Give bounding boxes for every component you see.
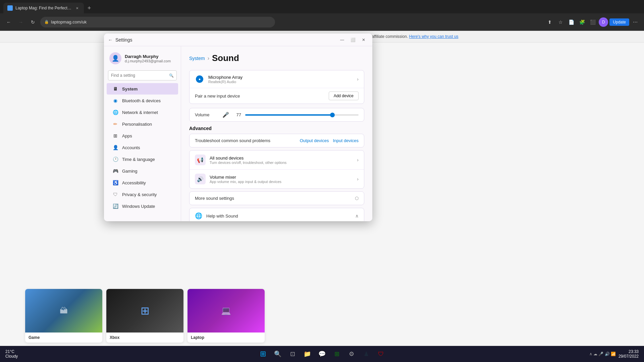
taskbar-clock[interactable]: 23:33 29/07/2022 — [619, 349, 639, 359]
steam-icon: ♟ — [364, 350, 369, 358]
antivirus-button[interactable]: 🛡 — [374, 347, 388, 361]
sidebar-item-privacy-label: Privacy & security — [122, 192, 157, 197]
back-button[interactable]: ← — [4, 17, 13, 27]
external-link-icon: ⬡ — [355, 196, 359, 201]
profile-button[interactable]: D — [599, 17, 608, 27]
settings-back-button[interactable]: ← — [108, 37, 113, 43]
article-cards: 🏔 Game ⊞ Xbox 💻 Laptop — [25, 289, 265, 343]
sidebar-item-gaming[interactable]: 🎮 Gaming — [107, 165, 178, 177]
page-header: System › Sound — [189, 53, 364, 63]
search-input[interactable] — [111, 73, 167, 78]
taskbar: 21°C Cloudy ⊞ 🔍 ⊡ 📁 💬 ⊞ ⚙ ♟ 🛡 — [0, 346, 644, 362]
sidebar-item-personalisation[interactable]: ✏ Personalisation — [107, 118, 178, 130]
accounts-icon: 👤 — [112, 144, 119, 151]
close-button[interactable]: ✕ — [359, 35, 368, 45]
pair-label: Pair a new input device — [195, 94, 329, 99]
minimize-button[interactable]: — — [337, 35, 347, 45]
article-image-1: 🏔 — [25, 289, 102, 333]
sidebar-item-time[interactable]: 🕐 Time & language — [107, 154, 178, 165]
maximize-button[interactable]: ⬜ — [348, 35, 358, 45]
update-icon: 🔄 — [112, 203, 119, 209]
all-devices-chevron-icon: › — [357, 157, 359, 163]
sidebar-item-network[interactable]: 🌐 Network & internet — [107, 107, 178, 118]
menu-button[interactable]: ⋯ — [631, 17, 640, 27]
sidebar-item-apps[interactable]: ⊞ Apps — [107, 130, 178, 141]
settings-body: 👤 Darragh Murphy d.j.murphy2493@gmail.co… — [104, 46, 372, 221]
output-devices-link[interactable]: Output devices — [300, 138, 329, 143]
taskbar-right: ∧ ☁ 🎤 🔊 📶 23:33 29/07/2022 — [589, 349, 639, 359]
sidebar-item-system[interactable]: 🖥 System — [107, 83, 178, 95]
sidebar-item-accessibility-label: Accessibility — [122, 180, 146, 185]
all-devices-title: All sound devices — [210, 156, 357, 161]
tab-close-button[interactable]: ✕ — [74, 5, 80, 11]
start-button[interactable]: ⊞ — [256, 347, 270, 361]
reader-button[interactable]: 📄 — [567, 17, 576, 27]
split-view-button[interactable]: ⬛ — [588, 17, 597, 27]
xbox-icon: ⊞ — [334, 350, 339, 358]
more-settings-row[interactable]: More sound settings ⬡ — [189, 191, 364, 205]
taskbar-left: 21°C Cloudy — [5, 349, 18, 359]
help-chevron-up-icon: ∧ — [355, 213, 359, 219]
user-section: 👤 Darragh Murphy d.j.murphy2493@gmail.co… — [104, 49, 181, 68]
troubleshoot-row: Troubleshoot common sound problems Outpu… — [189, 134, 364, 147]
breadcrumb-parent[interactable]: System — [189, 56, 205, 61]
xbox-button[interactable]: ⊞ — [330, 347, 343, 361]
sidebar-item-update-label: Windows Update — [122, 204, 155, 209]
update-button[interactable]: Update — [609, 18, 629, 26]
sidebar-item-apps-label: Apps — [122, 133, 132, 138]
gaming-icon: 🎮 — [112, 168, 119, 174]
steam-button[interactable]: ♟ — [360, 347, 373, 361]
sidebar-item-gaming-label: Gaming — [122, 169, 138, 174]
help-section[interactable]: 🌐 Help with Sound ∧ — [189, 208, 364, 221]
browser-action-1[interactable]: ⬆ — [545, 17, 554, 27]
all-devices-text: All sound devices Turn devices on/off, t… — [210, 156, 357, 165]
user-name: Darragh Murphy — [125, 54, 171, 59]
article-img-feature-1: 🏔 — [25, 289, 102, 333]
browser-tab[interactable]: Laptop Mag: Find the Perfect La... ✕ — [3, 3, 84, 13]
url-box[interactable]: 🔒 laptopmag.com/uk — [40, 17, 275, 27]
article-img-feature-3: 💻 — [187, 289, 265, 333]
affiliate-link[interactable]: Here's why you can trust us — [409, 34, 459, 39]
new-tab-button[interactable]: + — [84, 3, 95, 13]
forward-button[interactable]: → — [16, 17, 25, 27]
settings-window: ← Settings — ⬜ ✕ 👤 Darragh Murphy — [104, 34, 372, 221]
bookmark-button[interactable]: ☆ — [556, 17, 565, 27]
privacy-icon: 🛡 — [112, 191, 119, 198]
volume-mixer-text: Volume mixer App volume mix, app input &… — [210, 175, 357, 184]
volume-mixer-row[interactable]: 🔊 Volume mixer App volume mix, app input… — [190, 170, 364, 188]
search-taskbar-button[interactable]: 🔍 — [271, 347, 284, 361]
sidebar-item-accessibility[interactable]: ♿ Accessibility — [107, 177, 178, 188]
system-tray-icons: ∧ ☁ 🎤 🔊 📶 — [589, 352, 616, 356]
volume-section: Volume 🎤 77 — [189, 108, 364, 122]
bluetooth-icon: ◉ — [112, 97, 119, 104]
sidebar-item-windows-update[interactable]: 🔄 Windows Update — [107, 200, 178, 212]
volume-slider[interactable] — [245, 114, 359, 116]
add-device-button[interactable]: Add device — [329, 92, 359, 100]
reload-button[interactable]: ↻ — [28, 17, 38, 27]
all-devices-icon: 📢 — [195, 155, 206, 165]
teams-button[interactable]: 💬 — [315, 347, 329, 361]
sidebar-item-privacy[interactable]: 🛡 Privacy & security — [107, 189, 178, 200]
devtools-button[interactable]: ⚙ — [345, 347, 358, 361]
sidebar-item-bluetooth[interactable]: ◉ Bluetooth & devices — [107, 95, 178, 106]
search-taskbar-icon: 🔍 — [274, 350, 281, 358]
task-view-button[interactable]: ⊡ — [286, 347, 299, 361]
taskbar-date-display: 29/07/2022 — [619, 354, 639, 359]
input-devices-link[interactable]: Input devices — [333, 138, 359, 143]
tab-favicon — [7, 5, 13, 11]
article-image-3: 💻 — [187, 289, 265, 333]
volume-value: 77 — [233, 112, 241, 117]
settings-title: Settings — [115, 37, 132, 43]
time-icon: 🕐 — [112, 156, 119, 163]
extensions-button[interactable]: 🧩 — [577, 17, 587, 27]
volume-mic-icon: 🎤 — [222, 112, 229, 118]
file-explorer-button[interactable]: 📁 — [301, 347, 314, 361]
weather-condition: Cloudy — [5, 354, 18, 359]
sidebar-item-accounts[interactable]: 👤 Accounts — [107, 142, 178, 153]
article-card-2: ⊞ Xbox — [106, 289, 183, 343]
taskbar-center: ⊞ 🔍 ⊡ 📁 💬 ⊞ ⚙ ♟ 🛡 — [256, 347, 388, 361]
settings-search[interactable]: 🔍 — [108, 70, 177, 80]
microphone-row[interactable]: ● Microphone Array Realtek(R) Audio › — [190, 70, 364, 88]
all-sound-devices-row[interactable]: 📢 All sound devices Turn devices on/off,… — [190, 150, 364, 170]
article-image-2: ⊞ — [106, 289, 183, 333]
